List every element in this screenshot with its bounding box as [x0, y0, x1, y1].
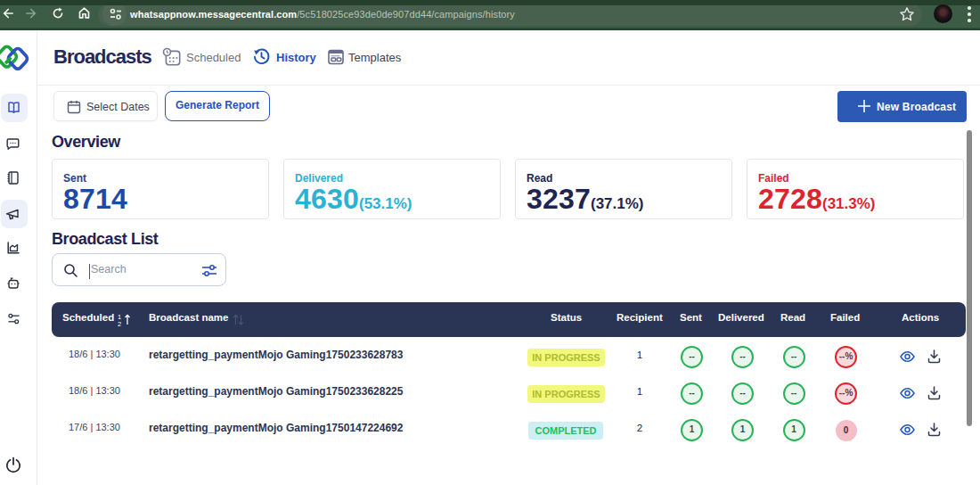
svg-text:2: 2: [118, 320, 121, 327]
